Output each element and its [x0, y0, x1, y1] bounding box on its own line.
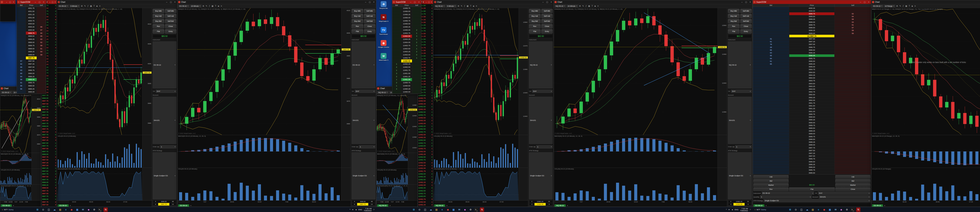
pencil-icon[interactable]: ✎	[205, 5, 208, 7]
start-icon[interactable]: ⊞	[35, 207, 40, 212]
dom-price-cell[interactable]: 3988.25	[789, 141, 835, 143]
dom-bid-cell[interactable]	[392, 53, 401, 56]
text-icon[interactable]: T	[93, 5, 95, 7]
dom-sell-cell[interactable]: 56	[835, 32, 871, 35]
dom-sell-cell[interactable]	[835, 133, 871, 135]
dom-sell-cell[interactable]	[37, 16, 46, 19]
dom-sell-cell[interactable]	[835, 43, 871, 46]
dom-price-cell[interactable]: 4000.75	[26, 19, 37, 22]
settings-icon[interactable]: ⚙	[92, 207, 96, 212]
dom-sell-cell[interactable]	[835, 130, 871, 132]
dom-sell-cell[interactable]: 59	[835, 29, 871, 32]
dom-price-cell[interactable]: 3995.00	[789, 66, 835, 68]
crosshair-icon[interactable]: ⊕	[81, 5, 83, 7]
dom-bid-cell[interactable]	[753, 135, 789, 138]
task-view-icon[interactable]: ◫	[799, 207, 803, 212]
dom-price-cell[interactable]: 3996.50	[789, 49, 835, 51]
order-row[interactable]: 212461.0021	[728, 200, 751, 203]
dom-sell-cell[interactable]	[835, 135, 871, 138]
store-icon[interactable]: ▦	[75, 207, 80, 212]
dom-bid-cell[interactable]	[17, 22, 26, 25]
ninjatrader-icon[interactable]: N	[103, 207, 108, 212]
interval-select[interactable]: 5 Minute▾	[70, 5, 80, 8]
dom-price-cell[interactable]: 4001.00	[26, 16, 37, 19]
dom-sell-cell[interactable]	[37, 78, 46, 81]
dom-sell-cell[interactable]	[835, 146, 871, 149]
dom-sell-cell[interactable]	[412, 81, 421, 84]
dom-bid-cell[interactable]	[753, 119, 789, 121]
instrument-tab[interactable]: ES 09-22	[753, 204, 764, 207]
widgets-icon[interactable]: ☁	[805, 207, 809, 212]
dom-price-cell[interactable]: 3997.50	[26, 59, 37, 63]
dom-sell-cell[interactable]	[835, 138, 871, 141]
dom-price-cell[interactable]: 12462.25	[401, 63, 412, 66]
dom-sell-cell[interactable]	[37, 63, 46, 66]
dom-price-cell[interactable]: 12461.00	[401, 78, 412, 81]
dom-bid-cell[interactable]	[753, 66, 789, 68]
dom-sell-cell[interactable]: 60	[37, 32, 46, 35]
dom-price-cell[interactable]: 3992.00	[789, 99, 835, 101]
close-button[interactable]: ×	[54, 1, 56, 3]
dom-bid-cell[interactable]	[753, 133, 789, 135]
dom-bid-cell[interactable]: 2	[392, 66, 401, 69]
dom-sell-cell[interactable]	[835, 82, 871, 85]
dom-sell-cell[interactable]	[835, 119, 871, 121]
dom-bid-cell[interactable]	[753, 144, 789, 146]
buy-ask-button[interactable]: Buy Ask	[153, 14, 164, 18]
dom-bid-cell[interactable]: 1	[392, 63, 401, 66]
dom-bid-cell[interactable]	[753, 88, 789, 90]
dom-bid-cell[interactable]	[392, 10, 401, 13]
dom-price-cell[interactable]: 3997.50	[789, 37, 835, 40]
dom-sell-cell[interactable]	[412, 90, 421, 93]
crosshair-icon[interactable]: ⊕	[202, 5, 204, 7]
maximize-button[interactable]: ▢	[38, 1, 41, 3]
dom-bid-cell[interactable]	[392, 29, 401, 31]
dom-sell-cell[interactable]	[835, 157, 871, 160]
sell-bid-button[interactable]: Sell Bid	[165, 19, 177, 23]
minimize-button[interactable]: –	[34, 1, 37, 3]
dom-price-cell[interactable]: 3995.25	[789, 63, 835, 65]
file-explorer-icon[interactable]: ▤	[434, 207, 439, 212]
interval-select[interactable]: 15 Minute▾	[566, 5, 578, 8]
dom-price-cell[interactable]: 3990.00	[789, 121, 835, 124]
file-explorer-icon[interactable]: ▤	[58, 207, 62, 212]
close-button[interactable]: Close	[165, 24, 177, 29]
dom-sell-cell[interactable]	[412, 63, 421, 66]
dom-bid-cell[interactable]	[17, 7, 26, 10]
weather-widget[interactable]: ☼66°FSunny	[2, 209, 14, 210]
dom-sell-cell[interactable]	[412, 69, 421, 72]
instrument-select[interactable]: ES 09-22▾	[872, 5, 883, 8]
dom-price-cell[interactable]: 12462.00	[401, 66, 412, 69]
dom-price-cell[interactable]: 3992.75	[789, 91, 835, 93]
minimize-button[interactable]: –	[49, 1, 51, 3]
store-icon[interactable]: ▦	[828, 207, 832, 212]
buy-mkt-button[interactable]: Buy Mkt	[728, 9, 740, 13]
dom-bid-cell[interactable]	[17, 32, 26, 35]
photos-icon[interactable]: ◆	[839, 207, 843, 212]
close-button[interactable]: ×	[550, 1, 553, 3]
volume-icon[interactable]: ◄	[731, 209, 733, 210]
dom-price-cell[interactable]: 3989.50	[789, 127, 835, 129]
close-button[interactable]: ×	[372, 1, 375, 3]
start-icon[interactable]: ⊞	[788, 207, 792, 212]
interval-select[interactable]: 5 Minute▾	[446, 5, 457, 8]
dom-sell-cell[interactable]: 61	[835, 24, 871, 26]
dom-sell-cell[interactable]: 1	[412, 56, 421, 59]
instrument-select[interactable]: NQ 09-22▾	[377, 91, 388, 94]
dom-price-cell[interactable]: 3996.25	[26, 75, 37, 78]
dom-bid-cell[interactable]	[753, 166, 789, 169]
close-button[interactable]: ×	[173, 1, 177, 3]
dom-price-cell[interactable]: 3999.50	[789, 15, 835, 18]
dom-bid-cell[interactable]: 78	[753, 43, 789, 46]
dom-bid-cell[interactable]: 1	[392, 84, 401, 87]
maximize-button[interactable]: ▢	[546, 1, 549, 3]
instrument-tab[interactable]: NQ 09-22	[377, 204, 388, 207]
dom-bid-cell[interactable]	[753, 29, 789, 32]
dom-bid-cell[interactable]	[753, 71, 789, 74]
maximize-button[interactable]: ▢	[863, 1, 866, 3]
indicators-icon[interactable]: ƒ	[208, 5, 210, 7]
order-row[interactable]: 43996.5048	[153, 200, 176, 203]
sell-mkt-button[interactable]: Sell Mkt	[541, 9, 553, 13]
dom-bid-cell[interactable]	[753, 146, 789, 149]
order-row[interactable]: 312462.509	[728, 203, 751, 206]
